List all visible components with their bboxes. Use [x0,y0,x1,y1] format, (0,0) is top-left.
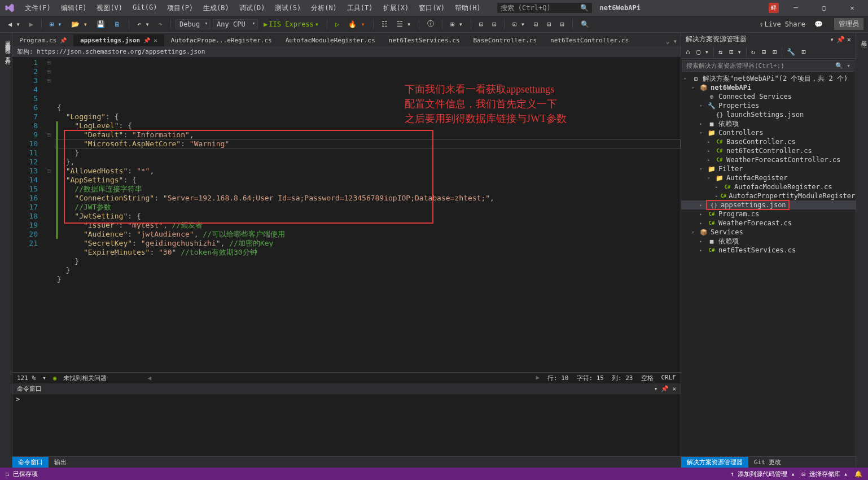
sol-btn-2[interactable]: ⊡ ▾ [727,47,744,57]
save-all-button[interactable]: 🗎 [111,19,124,29]
platform-dropdown[interactable]: Any CPU [213,19,258,29]
issues-text[interactable]: 未找到相关问题 [63,374,107,382]
document-tab[interactable]: appsettings.json📌✕ [73,34,164,46]
side-tab-right[interactable]: 属性 [856,33,868,468]
tabs-dropdown-icon[interactable]: ⌄ [666,37,670,45]
feedback-button[interactable]: 💬 [811,19,826,29]
menu-item[interactable]: 视图(V) [92,1,127,15]
sol-dropdown-icon[interactable]: ▾ [830,36,834,43]
schema-bar[interactable]: 架构: https://json.schemastore.org/appsett… [12,46,681,57]
code-editor[interactable]: 123456789101112131415161718192021 ⊟⊟⊟⊟⊟ … [12,57,681,372]
indent-mode[interactable]: 空格 [641,374,654,382]
menu-item[interactable]: 扩展(X) [379,1,414,15]
sol-bottom-tab[interactable]: 解决方案资源管理器 [681,457,748,468]
tabs-more-icon[interactable]: ▾ [673,37,677,45]
tb-btn-7[interactable]: ⊡ ▾ [509,19,528,29]
eol-mode[interactable]: CRLF [661,374,677,382]
tree-row[interactable]: ▿📦net6WebAPi [681,83,856,92]
tree-row[interactable]: ▸■依赖项 [681,119,856,128]
solution-root[interactable]: ▿ ⊡ 解决方案"net6WebAPi"(2 个项目，共 2 个) [681,74,856,83]
minimize-button[interactable]: ─ [784,0,807,16]
tb-btn-6[interactable]: ⊡ [489,19,499,29]
tree-row[interactable]: {}launchSettings.json [681,110,856,119]
live-share-button[interactable]: ⇪ Live Share [756,19,809,29]
tb-btn-4[interactable]: ⊞ ▾ [447,19,466,29]
notification-badge[interactable]: 畔 [769,3,779,13]
hot-reload-button[interactable]: 🔥 ▾ [345,19,368,29]
menu-item[interactable]: 调试(D) [235,1,270,15]
status-add-source[interactable]: ↑ 添加到源代码管理 ▴ [730,470,795,478]
document-tab[interactable]: AutofacModuleRegister.cs [279,34,382,46]
open-button[interactable]: 📂 ▾ [68,19,91,29]
close-button[interactable]: ✕ [841,0,863,16]
menu-item[interactable]: 项目(P) [163,1,198,15]
tree-row[interactable]: ▿🔧Properties [681,101,856,110]
new-item-button[interactable]: ⊞ ▾ [46,19,65,29]
tree-row[interactable]: ▸C#net6TestController.cs [681,146,856,155]
tree-row[interactable]: ▸C#AutofacModuleRegister.cs [681,182,856,191]
cmd-dropdown-icon[interactable]: ▾ [654,385,658,392]
document-tab[interactable]: BaseController.cs [466,34,543,46]
tb-btn-8[interactable]: ⊡ [531,19,541,29]
close-icon[interactable]: ✕ [154,37,157,44]
tree-row[interactable]: ▿📦Services [681,228,856,237]
sol-views-button[interactable]: ▢ ▾ [694,47,711,57]
tb-btn-5[interactable]: ⊡ [476,19,486,29]
menu-item[interactable]: 工具(T) [343,1,378,15]
document-tab[interactable]: AutofacPrope...eRegister.cs [164,34,279,46]
tb-btn-11[interactable]: 🔍 [577,19,593,29]
side-tab-left[interactable]: 服务器资源管理器 工具箱 [0,33,12,468]
bottom-tab[interactable]: 命令窗口 [12,457,49,468]
sol-show-all-button[interactable]: ⊡ [770,47,779,57]
tb-btn-2[interactable]: ☱ ▾ [393,19,414,29]
cmd-pin-icon[interactable]: 📌 [661,385,669,392]
sol-refresh-button[interactable]: ↻ [749,47,757,57]
tree-row[interactable]: ▸C#Program.cs [681,210,856,219]
solution-search[interactable]: 搜索解决方案资源管理器(Ctrl+;) 🔍 ▾ [682,60,854,72]
sol-preview-button[interactable]: ⊡ [800,47,808,57]
menu-item[interactable]: 文件(F) [20,1,55,15]
menu-item[interactable]: 帮助(H) [450,1,485,15]
tree-row[interactable]: ▸C#BaseController.cs [681,137,856,146]
tb-btn-1[interactable]: ☷ [378,19,391,29]
tree-row[interactable]: ⊕Connected Services [681,92,856,101]
menu-item[interactable]: 测试(S) [270,1,305,15]
menu-item[interactable]: Git(G) [128,1,161,15]
zoom-level[interactable]: 121 % [17,374,36,382]
maximize-button[interactable]: ▢ [813,0,835,16]
document-tab[interactable]: Program.cs📌 [12,34,73,46]
sol-collapse-button[interactable]: ⊟ [760,47,768,57]
tree-row[interactable]: ▸■依赖项 [681,237,856,246]
sol-properties-button[interactable]: 🔧 [784,47,797,57]
status-bell-icon[interactable]: 🔔 [854,470,862,478]
status-select-repo[interactable]: ⊡ 选择存储库 ▴ [802,470,848,478]
tree-row[interactable]: ▸C#net6TestServices.cs [681,246,856,255]
tb-btn-9[interactable]: ⊡ [543,19,554,29]
nav-back-button[interactable]: ◀ ▾ [5,19,24,29]
sol-search-clear-icon[interactable]: 🔍 ▾ [835,62,851,69]
pin-icon[interactable]: 📌 [143,37,150,43]
config-dropdown[interactable]: Debug [176,19,211,29]
tree-row[interactable]: ▸C#WeatherForecastController.cs [681,155,856,164]
start-no-debug-button[interactable]: ▷ [332,19,343,29]
menu-item[interactable]: 生成(B) [199,1,234,15]
menu-item[interactable]: 编辑(E) [56,1,91,15]
nav-fwd-button[interactable]: ▶ [26,19,37,29]
tree-row[interactable]: ▸{}appsettings.json [681,200,856,210]
tb-btn-10[interactable]: ⊡ [557,19,568,29]
sol-btn-1[interactable]: ⇆ [716,47,725,57]
tree-row[interactable]: ▿📁Filter [681,164,856,173]
menu-item[interactable]: 分析(N) [306,1,341,15]
redo-button[interactable]: ↷ [155,19,166,29]
search-icon[interactable]: 🔍 [580,4,589,12]
sol-home-button[interactable]: ⌂ [683,47,692,57]
sol-pin-icon[interactable]: 📌 [836,36,845,43]
save-button[interactable]: 💾 [93,19,108,29]
tree-row[interactable]: ▸C#WeatherForecast.cs [681,219,856,228]
document-tab[interactable]: net6TestController.cs [543,34,635,46]
tree-row[interactable]: ▸C#AutofacPropertityModuleRegister.cs [681,191,856,200]
cmd-body[interactable]: > [12,394,681,456]
bottom-tab[interactable]: 输出 [49,457,72,468]
tb-btn-3[interactable]: ⓘ [424,18,437,30]
sol-close-icon[interactable]: ✕ [847,36,851,43]
